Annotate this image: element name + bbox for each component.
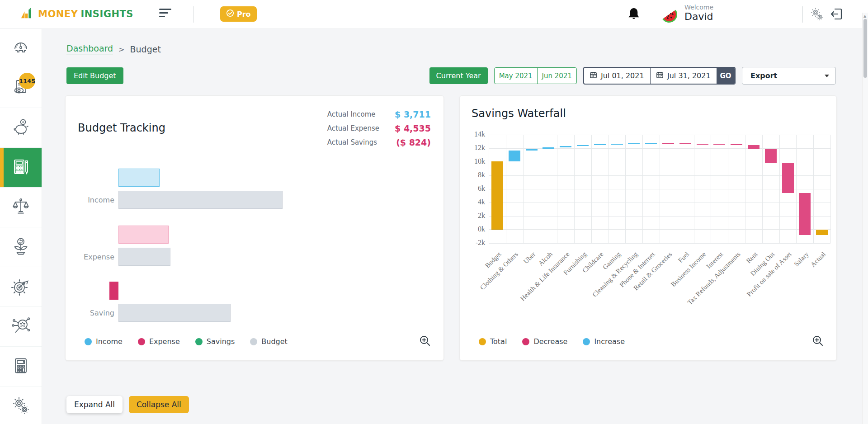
month-button-may-2021[interactable]: May 2021 [495, 68, 537, 84]
breadcrumb: Dashboard > Budget [66, 43, 161, 55]
brand-insights: INSIGHTS [80, 9, 133, 19]
legend-item-total[interactable]: Total [479, 337, 507, 346]
edit-budget-button[interactable]: Edit Budget [66, 67, 123, 84]
breadcrumb-dashboard-link[interactable]: Dashboard [66, 43, 113, 55]
expand-all-button[interactable]: Expand All [66, 396, 123, 413]
sidebar-item-transactions[interactable]: 1145 [0, 68, 42, 108]
savings-waterfall-card: Savings Waterfall 14k12k10k8k6k4k2k0k-2k… [459, 95, 837, 361]
waterfall-bar-increase [509, 151, 520, 161]
gridline [796, 135, 797, 243]
sidebar-item-calculator[interactable] [0, 347, 42, 386]
sidebar-item-balance[interactable] [0, 188, 42, 227]
legend-dot [138, 338, 145, 345]
gridline [574, 135, 575, 243]
waterfall-bar-decrease [713, 144, 725, 145]
gridline [728, 135, 728, 243]
current-year-button[interactable]: Current Year [429, 67, 488, 84]
y-tick-label: 14k [460, 130, 485, 138]
x-tick-label: Salary [793, 250, 810, 268]
waterfall-bar-increase [628, 143, 640, 144]
scroll-up-icon[interactable]: ▲ [863, 14, 866, 18]
y-tick-label: 10k [460, 157, 485, 165]
date-to-field[interactable]: Jul 31, 2021 [651, 68, 717, 84]
month-buttons-group: May 2021Jun 2021 [494, 67, 577, 84]
speedometer-gear-icon [11, 38, 31, 59]
sidebar-item-goals[interactable] [0, 267, 42, 307]
legend-item-expense[interactable]: Expense [138, 337, 180, 346]
actual-bar-saving [109, 282, 118, 300]
month-button-jun-2021[interactable]: Jun 2021 [538, 68, 576, 84]
calendar-icon [590, 71, 597, 80]
collapse-all-button[interactable]: Collapse All [129, 396, 189, 413]
zoom-in-icon[interactable] [812, 335, 824, 347]
gridline [625, 135, 626, 243]
search-network-icon [11, 316, 31, 338]
waterfall-bar-decrease [731, 144, 742, 145]
gears-icon [11, 396, 31, 417]
brand-chart-icon [20, 6, 34, 22]
scrollbar-thumb[interactable] [863, 19, 867, 78]
check-circle-icon [226, 9, 234, 19]
sidebar-item-dashboard[interactable] [0, 28, 42, 68]
sidebar-item-investments[interactable] [0, 227, 42, 267]
sidebar-item-budget[interactable] [0, 148, 42, 188]
waterfall-plot [489, 135, 830, 243]
legend-dot [583, 338, 590, 345]
brand-logo[interactable]: MONEYINSIGHTS [20, 6, 133, 22]
gridline [694, 135, 694, 243]
budget-bar-saving [118, 304, 231, 322]
waterfall-bar-increase [645, 143, 657, 144]
legend-item-budget[interactable]: Budget [250, 337, 288, 346]
legend-item-savings[interactable]: Savings [195, 337, 235, 346]
legend-label: Decrease [533, 337, 567, 346]
gridline [506, 135, 506, 243]
piggy-bank-icon [11, 117, 31, 139]
budget-tracking-card: Budget Tracking Actual Income$ 3,711Actu… [65, 95, 444, 361]
gridline [540, 135, 540, 243]
waterfall-bar-decrease [697, 144, 708, 145]
legend-dot [195, 338, 203, 345]
waterfall-chart-legend: TotalDecreaseIncrease [479, 337, 625, 346]
notification-count-badge: 1145 [19, 73, 35, 89]
scales-icon [11, 197, 31, 218]
legend-item-increase[interactable]: Increase [583, 337, 625, 346]
x-tick-label: Actual [809, 250, 827, 269]
legend-item-decrease[interactable]: Decrease [522, 337, 567, 346]
zoom-in-icon[interactable] [419, 335, 431, 347]
pro-badge[interactable]: Pro [220, 6, 257, 22]
notifications-bell-icon[interactable] [627, 7, 640, 21]
money-plant-icon [11, 236, 31, 258]
waterfall-bar-decrease [662, 143, 674, 144]
sidebar-item-analysis[interactable] [0, 307, 42, 347]
go-button[interactable]: GO [717, 68, 735, 84]
calendar-icon [656, 71, 664, 80]
waterfall-bar-increase [526, 149, 538, 151]
gridline [830, 135, 831, 243]
avatar-watermelon-icon[interactable] [659, 5, 679, 24]
brand-money: MONEY [38, 9, 78, 19]
gridline [677, 135, 677, 243]
gridline [489, 135, 489, 243]
gridline [642, 135, 643, 243]
legend-dot [522, 338, 529, 345]
waterfall-bar-increase [594, 144, 606, 145]
date-from-field[interactable]: Jul 01, 2021 [584, 68, 650, 84]
sidebar-item-savings[interactable] [0, 108, 42, 148]
gridline [762, 135, 763, 243]
y-tick-label: 2k [460, 212, 485, 220]
legend-item-income[interactable]: Income [85, 337, 123, 346]
waterfall-bar-increase [611, 144, 623, 145]
menu-toggle-icon[interactable] [159, 9, 173, 19]
sidebar-item-settings[interactable] [0, 386, 42, 424]
x-tick-label: Rent [745, 250, 759, 265]
waterfall-bar-increase [542, 147, 554, 149]
legend-label: Savings [207, 337, 235, 346]
logout-icon[interactable] [829, 7, 844, 21]
waterfall-bar-decrease [748, 145, 760, 149]
gridline [779, 135, 780, 243]
legend-label: Expense [149, 337, 180, 346]
settings-gear-icon[interactable] [809, 6, 825, 22]
gridline [609, 135, 609, 243]
legend-label: Income [96, 337, 123, 346]
export-dropdown[interactable]: Export [742, 67, 836, 85]
